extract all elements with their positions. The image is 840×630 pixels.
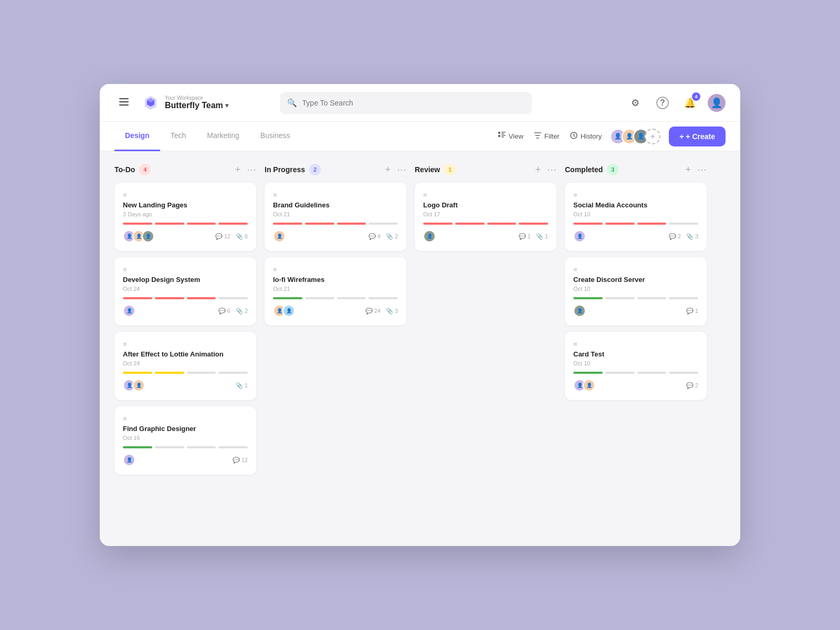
help-button[interactable]: ? — [653, 93, 672, 112]
task-card[interactable]: ≡ Create Discord Server Oct 10 👤 💬1 — [565, 257, 707, 326]
attachment-icon: 📎 — [236, 308, 243, 314]
task-card[interactable]: ≡ Logo Draft Oct 17 👤 💬1📎1 — [415, 183, 556, 251]
add-card-icon-completed[interactable]: + — [685, 164, 691, 175]
progress-bar-1 — [455, 223, 485, 225]
column-actions-inprogress[interactable]: + ⋯ — [385, 164, 406, 175]
tab-design[interactable]: Design — [114, 122, 160, 151]
card-date: Oct 16 — [123, 435, 248, 441]
task-card[interactable]: ≡ lo-fi Wireframes Oct 21 👤👤 💬24📎3 — [265, 257, 406, 326]
svg-rect-8 — [501, 136, 504, 138]
card-meta: 💬12 — [233, 457, 248, 464]
progress-bar-2 — [637, 223, 667, 225]
tab-marketing[interactable]: Marketing — [196, 122, 249, 151]
card-meta: 💬1📎1 — [519, 233, 548, 240]
card-title: Create Discord Server — [573, 276, 698, 284]
progress-bar-2 — [187, 372, 216, 374]
comment-icon: 💬 — [365, 308, 373, 314]
card-avatar-0: 👤 — [123, 454, 135, 466]
attachment-icon: 📎 — [686, 233, 694, 240]
column-actions-review[interactable]: + ⋯ — [535, 164, 556, 175]
card-title: New Landing Pages — [123, 201, 248, 209]
task-card[interactable]: ≡ Card Test Oct 10 👤👤 💬2 — [565, 332, 707, 400]
card-meta: 📎1 — [236, 382, 248, 389]
user-avatar[interactable]: 👤 — [708, 94, 726, 112]
comment-count: 💬1 — [519, 233, 531, 240]
notification-button[interactable]: 🔔 4 — [680, 93, 699, 112]
add-card-icon-todo[interactable]: + — [235, 164, 240, 175]
logo-icon — [142, 94, 160, 112]
add-card-icon-inprogress[interactable]: + — [385, 164, 391, 175]
add-member-button[interactable]: + — [645, 129, 660, 144]
create-plus-icon: + — [679, 132, 684, 141]
task-card[interactable]: ≡ Brand Guidelines Oct 21 👤 💬4📎2 — [265, 183, 406, 251]
progress-bar-1 — [605, 297, 635, 299]
card-meta: 💬2 — [686, 382, 698, 389]
column-badge-todo: 4 — [139, 164, 151, 175]
progress-bar-0 — [123, 372, 152, 374]
hamburger-icon — [119, 97, 129, 108]
chevron-down-icon[interactable]: ▾ — [225, 102, 228, 109]
more-icon-completed[interactable]: ⋯ — [697, 164, 707, 175]
card-meta: 💬4📎2 — [369, 233, 398, 240]
card-avatars: 👤 — [573, 230, 586, 243]
progress-bar-2 — [187, 297, 216, 299]
progress-bar-0 — [573, 372, 603, 374]
attachment-icon: 📎 — [386, 308, 393, 314]
progress-bar-3 — [669, 372, 698, 374]
create-button[interactable]: + + Create — [669, 127, 726, 146]
column-actions-completed[interactable]: + ⋯ — [685, 164, 707, 175]
header-actions: ⚙ ? 🔔 4 👤 — [626, 93, 726, 112]
settings-button[interactable]: ⚙ — [626, 93, 645, 112]
task-card[interactable]: ≡ Social Media Accounts Oct 10 👤 💬2📎3 — [565, 183, 707, 251]
more-icon-todo[interactable]: ⋯ — [247, 164, 256, 175]
attachment-count: 📎3 — [686, 233, 698, 240]
card-avatar-1: 👤 — [583, 379, 595, 392]
task-card[interactable]: ≡ After Effect to Lottie Animation Oct 2… — [114, 332, 256, 400]
more-icon-review[interactable]: ⋯ — [547, 164, 556, 175]
card-meta: 💬1 — [686, 308, 698, 314]
hamburger-menu[interactable] — [114, 93, 133, 112]
card-footer: 👤 💬6📎2 — [123, 304, 248, 317]
task-card[interactable]: ≡ Develop Design System Oct 24 👤 💬6📎2 — [114, 257, 256, 326]
card-footer: 👤👤👤 💬12📎6 — [123, 230, 248, 243]
column-badge-inprogress: 2 — [309, 164, 321, 175]
card-list-icon: ≡ — [573, 266, 698, 274]
card-footer: 👤👤 💬2 — [573, 379, 698, 392]
add-card-icon-review[interactable]: + — [535, 164, 541, 175]
card-meta: 💬2📎3 — [669, 233, 698, 240]
more-icon-inprogress[interactable]: ⋯ — [397, 164, 406, 175]
task-card[interactable]: ≡ Find Graphic Designer Oct 16 👤 💬12 — [114, 406, 256, 475]
search-icon: 🔍 — [287, 98, 297, 108]
search-bar[interactable]: 🔍 — [280, 92, 532, 114]
card-footer: 👤 💬1 — [573, 304, 698, 317]
attachment-count: 📎1 — [536, 233, 548, 240]
column-badge-completed: 3 — [607, 164, 618, 175]
card-meta: 💬24📎3 — [365, 308, 398, 314]
card-list-icon: ≡ — [123, 340, 248, 348]
member-avatars: 👤 👤 👤 + — [610, 129, 660, 144]
attachment-count: 📎1 — [236, 382, 248, 389]
search-input[interactable] — [302, 99, 524, 107]
card-avatar-2: 👤 — [142, 230, 154, 243]
attachment-count: 📎6 — [236, 233, 248, 240]
card-list-icon: ≡ — [123, 266, 248, 274]
tab-business[interactable]: Business — [250, 122, 301, 151]
task-card[interactable]: ≡ New Landing Pages 3 Days ago 👤👤👤 💬12📎6 — [114, 183, 256, 251]
card-list-icon: ≡ — [123, 191, 248, 199]
card-footer: 👤 💬4📎2 — [273, 230, 398, 243]
svg-rect-1 — [119, 101, 129, 102]
card-list-icon: ≡ — [273, 266, 398, 274]
column-actions-todo[interactable]: + ⋯ — [235, 164, 256, 175]
card-date: Oct 10 — [573, 360, 698, 366]
card-date: Oct 21 — [273, 286, 398, 292]
card-avatars: 👤👤👤 — [123, 230, 154, 243]
tab-tech[interactable]: Tech — [160, 122, 197, 151]
card-title: Brand Guidelines — [273, 201, 398, 209]
comment-count: 💬4 — [369, 233, 381, 240]
card-date: Oct 10 — [573, 286, 698, 292]
history-button[interactable]: History — [570, 132, 602, 141]
card-list-icon: ≡ — [573, 340, 698, 348]
history-icon — [570, 132, 578, 141]
filter-button[interactable]: Filter — [534, 132, 560, 141]
view-button[interactable]: View — [498, 132, 523, 141]
